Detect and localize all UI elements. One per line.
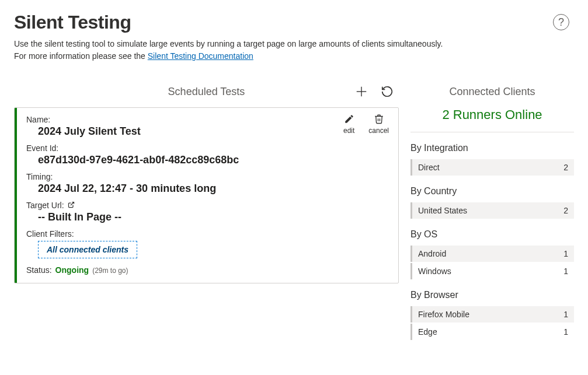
edit-label: edit — [343, 127, 354, 135]
page-title: Silent Testing — [14, 12, 131, 33]
data-row: Firefox Mobile1 — [410, 306, 574, 323]
docs-link[interactable]: Silent Testing Documentation — [148, 51, 253, 61]
divider — [410, 132, 574, 132]
data-row-name: Windows — [418, 267, 451, 276]
target-url-label: Target Url: — [26, 201, 64, 210]
help-icon[interactable]: ? — [553, 14, 569, 30]
data-row-name: United States — [418, 206, 467, 215]
plus-icon — [355, 85, 368, 98]
trash-icon — [374, 114, 384, 124]
add-test-button[interactable] — [353, 83, 370, 100]
group-title: By Country — [410, 186, 574, 197]
group-title: By Integration — [410, 143, 574, 153]
target-url-value: -- Built In Page -- — [38, 211, 389, 223]
client-filters-label: Client Filters: — [26, 229, 389, 239]
event-id-value: e87d130d-97e9-4621-ab0f-482cc89c68bc — [38, 154, 389, 166]
data-row-count: 1 — [563, 327, 568, 337]
cancel-test-button[interactable]: cancel — [368, 114, 389, 135]
refresh-button[interactable] — [379, 83, 395, 100]
refresh-icon — [381, 85, 394, 98]
data-row-count: 1 — [563, 310, 568, 319]
timing-label: Timing: — [26, 172, 389, 181]
data-row: United States2 — [410, 202, 574, 219]
data-row: Windows1 — [410, 263, 574, 279]
status-label: Status: — [26, 265, 52, 275]
event-id-label: Event Id: — [26, 143, 389, 153]
svg-line-2 — [71, 202, 74, 206]
connected-clients-header: Connected Clients — [410, 86, 574, 98]
data-row-name: Firefox Mobile — [418, 310, 469, 319]
data-row: Edge1 — [410, 324, 574, 340]
scheduled-tests-header: Scheduled Tests — [168, 86, 245, 98]
data-row-name: Edge — [418, 327, 437, 337]
data-row-name: Direct — [418, 163, 440, 172]
pencil-icon — [344, 114, 354, 124]
group-title: By Browser — [410, 290, 574, 300]
runners-online: 2 Runners Online — [410, 107, 574, 122]
status-value: Ongoing — [55, 265, 89, 275]
name-value: 2024 July Silent Test — [38, 125, 389, 138]
client-filter-chip[interactable]: All connected clients — [38, 241, 137, 258]
timing-value: 2024 Jul 22, 12:47 - 30 minutes long — [38, 183, 389, 195]
data-row-count: 1 — [563, 249, 568, 258]
name-label: Name: — [26, 115, 389, 124]
data-row: Android1 — [410, 246, 574, 262]
data-row-count: 1 — [563, 267, 568, 276]
test-card: edit cancel Name: 2024 July Silent Test … — [14, 107, 399, 283]
data-row-count: 2 — [563, 206, 568, 215]
status-detail: (29m to go) — [92, 267, 128, 275]
data-row: Direct2 — [410, 159, 574, 176]
cancel-label: cancel — [368, 127, 389, 135]
intro-line-2-prefix: For more information please see the — [14, 51, 148, 61]
intro-text: Use the silent testing tool to simulate … — [14, 38, 574, 62]
data-row-count: 2 — [563, 163, 568, 172]
group-title: By OS — [410, 229, 574, 240]
data-row-name: Android — [418, 249, 446, 258]
external-link-icon[interactable] — [68, 201, 75, 210]
intro-line-1: Use the silent testing tool to simulate … — [14, 39, 443, 48]
edit-test-button[interactable]: edit — [343, 114, 354, 135]
